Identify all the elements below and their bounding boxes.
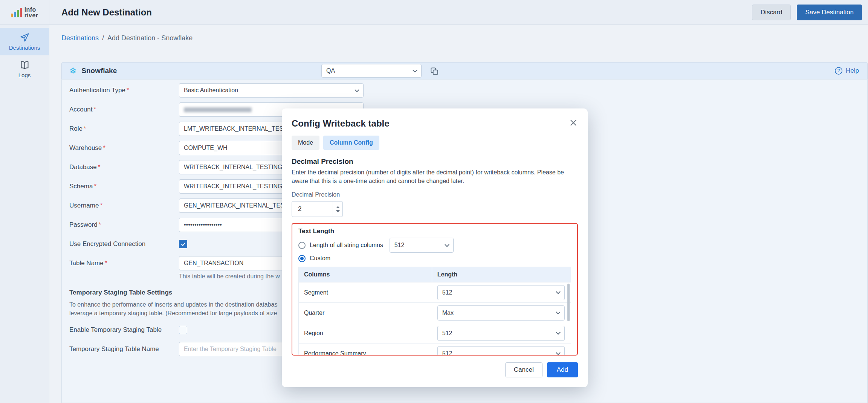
custom-radio[interactable] — [298, 255, 306, 262]
breadcrumb-root-link[interactable]: Destinations — [61, 34, 99, 42]
field-label: Use Encrypted Connection — [69, 240, 179, 248]
add-button[interactable]: Add — [547, 362, 578, 377]
required-marker: * — [98, 163, 101, 171]
help-link[interactable]: ? Help — [834, 67, 859, 75]
field-label: Authentication Type* — [69, 87, 179, 94]
breadcrumb-current: Add Destination - Snowflake — [107, 34, 193, 42]
environment-select[interactable]: QA — [321, 64, 422, 78]
chevron-down-icon — [413, 68, 417, 73]
columns-header: Columns — [299, 267, 432, 282]
required-marker: * — [105, 260, 107, 267]
paper-plane-icon — [20, 32, 30, 43]
length-value: 512 — [442, 350, 452, 356]
header-actions: Discard Save Destination — [752, 5, 862, 20]
field-label: Warehouse* — [69, 144, 179, 152]
brand-name: info river — [24, 7, 38, 18]
field-label: Enable Temporary Staging Table — [69, 326, 179, 334]
environment-value: QA — [326, 67, 335, 74]
enable-staging-checkbox[interactable] — [179, 326, 187, 334]
check-icon — [180, 241, 186, 247]
decimal-precision-heading: Decimal Precision — [292, 157, 578, 166]
required-marker: * — [99, 221, 101, 228]
length-header: Length — [432, 267, 571, 282]
table-row: Segment 512 — [299, 282, 571, 302]
config-writeback-modal: Config Writeback table Mode Column Confi… — [282, 108, 588, 387]
modal-close-button[interactable] — [568, 118, 579, 129]
account-redacted-value — [184, 107, 252, 112]
chevron-down-icon — [556, 350, 561, 355]
custom-label: Custom — [310, 255, 330, 262]
required-marker: * — [103, 144, 105, 151]
modal-footer: Cancel Add — [292, 362, 578, 377]
required-marker: * — [100, 202, 102, 209]
table-scrollbar-thumb[interactable] — [567, 284, 570, 321]
book-icon — [20, 60, 30, 70]
top-bar: info river Add New Destination Discard S… — [0, 0, 868, 25]
table-header-row: Columns Length — [299, 267, 571, 282]
length-select-quarter[interactable]: Max — [437, 305, 565, 321]
length-value: 512 — [442, 289, 452, 296]
tab-column-config[interactable]: Column Config — [323, 136, 379, 150]
required-marker: * — [94, 183, 96, 190]
field-label: Role* — [69, 125, 179, 133]
field-label: Schema* — [69, 183, 179, 190]
snowflake-icon: ❄ — [69, 67, 76, 75]
tab-mode[interactable]: Mode — [292, 136, 319, 150]
sidebar-item-logs[interactable]: Logs — [0, 55, 49, 83]
sidebar-item-label: Logs — [18, 72, 31, 78]
decimal-precision-description: Enter the decimal precision (number of d… — [292, 168, 578, 185]
length-select-region[interactable]: 512 — [437, 326, 565, 341]
required-marker: * — [84, 125, 86, 132]
chevron-down-icon — [355, 87, 359, 92]
encrypted-connection-checkbox[interactable] — [179, 240, 187, 248]
length-select-segment[interactable]: 512 — [437, 285, 565, 300]
chevron-down-icon — [556, 330, 561, 335]
cancel-button[interactable]: Cancel — [505, 362, 542, 377]
table-row: Quarter Max — [299, 302, 571, 323]
field-label: Password* — [69, 221, 179, 229]
authentication-type-select[interactable]: Basic Authentication — [179, 83, 364, 98]
column-name: Region — [299, 323, 432, 343]
chevron-down-icon — [556, 310, 561, 314]
sidebar-item-label: Destinations — [9, 44, 40, 51]
all-string-columns-length-value: 512 — [394, 242, 405, 249]
copy-icon — [429, 66, 439, 76]
sidebar: Destinations Logs — [0, 25, 49, 403]
sidebar-item-destinations[interactable]: Destinations — [0, 28, 49, 55]
close-icon — [569, 118, 578, 127]
stepper-up-icon[interactable] — [336, 206, 340, 208]
question-circle-icon: ? — [834, 67, 843, 75]
length-select-performance-summary[interactable]: 512 — [437, 346, 565, 356]
all-string-columns-radio[interactable] — [298, 242, 306, 249]
column-name: Segment — [299, 282, 432, 302]
authentication-type-value: Basic Authentication — [184, 87, 238, 94]
brand-line2: river — [24, 12, 38, 18]
discard-button[interactable]: Discard — [752, 5, 791, 20]
panel-header: ❄ Snowflake QA ? Help — [61, 62, 868, 79]
save-destination-button[interactable]: Save Destination — [797, 5, 862, 20]
all-string-columns-length-select[interactable]: 512 — [390, 238, 454, 253]
page-title: Add New Destination — [61, 7, 152, 18]
text-length-heading: Text Length — [298, 227, 571, 235]
column-length-table: Columns Length Segment 512 Quarter Max — [298, 267, 571, 356]
field-label: Username* — [69, 202, 179, 209]
table-row: Performance Summary 512 — [299, 343, 571, 356]
chevron-down-icon — [556, 289, 561, 294]
all-string-columns-label: Length of all string columns — [310, 242, 383, 249]
breadcrumb-separator: / — [102, 34, 104, 42]
modal-title: Config Writeback table — [292, 118, 578, 129]
decimal-precision-stepper[interactable]: 2 — [292, 201, 343, 217]
copy-button[interactable] — [429, 66, 439, 77]
required-marker: * — [93, 106, 96, 113]
decimal-precision-label: Decimal Precision — [292, 191, 578, 198]
stepper-buttons[interactable] — [333, 202, 342, 217]
breadcrumb: Destinations / Add Destination - Snowfla… — [49, 25, 868, 51]
brand-line1: info — [24, 7, 38, 12]
stepper-down-icon[interactable] — [336, 210, 340, 212]
chevron-down-icon — [445, 242, 449, 247]
help-label: Help — [846, 67, 859, 75]
length-value: Max — [442, 310, 454, 316]
bar-chart-logo-icon — [11, 8, 22, 17]
column-name: Performance Summary — [299, 343, 432, 356]
svg-text:?: ? — [837, 68, 840, 73]
